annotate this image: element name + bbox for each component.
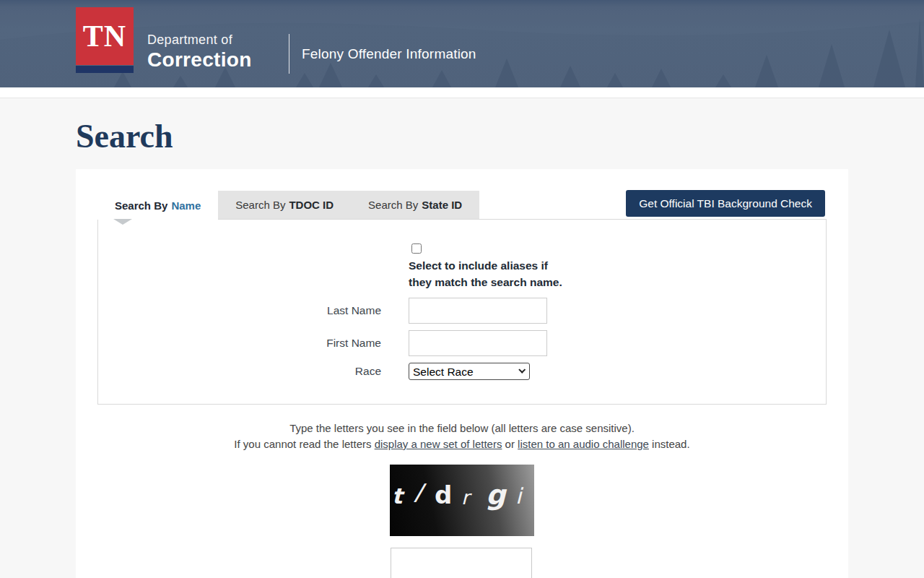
page-title: Search xyxy=(76,117,173,155)
tab-key: Name xyxy=(171,199,201,212)
race-select[interactable]: Select Race xyxy=(409,363,530,380)
captcha-instruction-line2: If you cannot read the letters display a… xyxy=(76,438,848,450)
search-by-name-panel: Select to include aliases if they match … xyxy=(97,219,827,405)
tn-logo-underline xyxy=(76,66,134,73)
captcha-letter: d xyxy=(435,480,452,509)
tab-key: State ID xyxy=(422,199,462,211)
tab-search-by-tdoc-id[interactable]: Search By TDOC ID xyxy=(218,191,351,219)
captcha-instruction-middle: or xyxy=(502,438,518,450)
include-aliases-label: Select to include aliases if they match … xyxy=(409,257,562,290)
captcha-instruction-suffix: instead. xyxy=(649,438,690,450)
last-name-input[interactable] xyxy=(409,298,547,324)
tab-prefix: Search By xyxy=(368,199,418,211)
tab-prefix: Search By xyxy=(115,199,167,212)
last-name-label: Last Name xyxy=(98,298,381,324)
include-aliases-checkbox[interactable] xyxy=(411,243,422,254)
include-aliases-label-line1: Select to include aliases if xyxy=(409,257,562,274)
header-divider xyxy=(289,34,289,74)
department-wordmark-line2: Correction xyxy=(147,48,252,72)
header-bottom-band xyxy=(0,87,924,98)
captcha-letter: g xyxy=(486,479,505,511)
tbi-background-check-button[interactable]: Get Official TBI Background Check xyxy=(626,190,825,217)
forest-silhouette xyxy=(0,0,924,87)
tab-search-by-name[interactable]: Search By Name xyxy=(97,191,218,220)
search-card: Search By Name Search By TDOC ID Search … xyxy=(76,169,848,578)
tab-prefix: Search By xyxy=(235,199,285,211)
search-tabs: Search By Name Search By TDOC ID Search … xyxy=(97,191,479,220)
department-wordmark: Department of Correction xyxy=(147,33,252,72)
captcha-answer-input[interactable] xyxy=(391,548,532,578)
race-label: Race xyxy=(98,361,381,381)
app-title: Felony Offender Information xyxy=(302,46,476,62)
include-aliases-label-line2: they match the search name. xyxy=(409,274,562,290)
captcha-instruction-prefix: If you cannot read the letters xyxy=(234,438,374,450)
display-new-letters-link[interactable]: display a new set of letters xyxy=(375,438,502,450)
tab-search-by-state-id[interactable]: Search By State ID xyxy=(351,191,479,219)
tn-logo-acronym: TN xyxy=(76,7,134,65)
tab-key: TDOC ID xyxy=(289,199,334,211)
site-header: TN Department of Correction Felony Offen… xyxy=(0,0,924,87)
audio-challenge-link[interactable]: listen to an audio challenge xyxy=(518,438,649,450)
active-tab-caret-icon xyxy=(113,219,132,225)
department-wordmark-line1: Department of xyxy=(147,33,252,48)
captcha-instruction-line1: Type the letters you see in the field be… xyxy=(76,422,848,434)
captcha-letter: l xyxy=(410,479,426,508)
captcha-letter: i xyxy=(515,483,521,509)
captcha-letter: t xyxy=(392,483,402,509)
tn-logo: TN xyxy=(76,7,134,73)
captcha-letter: r xyxy=(461,486,469,509)
first-name-input[interactable] xyxy=(409,330,547,356)
first-name-label: First Name xyxy=(98,330,381,356)
race-select-wrap: Select Race xyxy=(409,363,530,380)
captcha-image: t l d r g i xyxy=(390,465,534,536)
